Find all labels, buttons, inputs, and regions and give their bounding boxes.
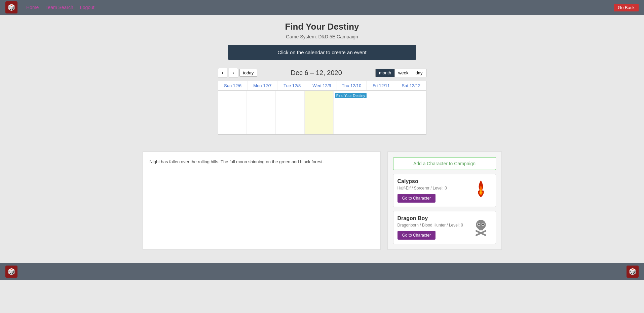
calendar-date-range: Dec 6 – 12, 2020 (291, 69, 342, 77)
character-card-dragonboy: Dragon Boy Dragonborn / Blood Hunter / L… (393, 211, 496, 244)
calendar-next-button[interactable]: › (229, 68, 238, 77)
lower-section: Night has fallen over the rolling hills.… (137, 151, 507, 250)
page-title: Find Your Destiny (126, 22, 519, 32)
character-meta-dragonboy: Dragonborn / Blood Hunter / Level: 0 (397, 223, 467, 228)
calendar-nav: ‹ › today (218, 68, 258, 77)
calendar-cell-wed-today[interactable] (305, 91, 334, 134)
navbar-logo: 🎲 (5, 1, 20, 13)
character-info-calypso: Calypso Half-Elf / Sorcerer / Level: 0 G… (397, 178, 467, 203)
character-meta-calypso: Half-Elf / Sorcerer / Level: 0 (397, 186, 467, 190)
calendar-cell-fri[interactable] (368, 91, 397, 134)
calendar-header-row: Sun 12/6 Mon 12/7 Tue 12/8 Wed 12/9 Thu … (218, 81, 426, 91)
character-info-dragonboy: Dragon Boy Dragonborn / Blood Hunter / L… (397, 215, 467, 240)
calendar-controls: ‹ › today Dec 6 – 12, 2020 month week da… (218, 68, 426, 77)
calendar-body-row: Find Your Destiny (218, 91, 426, 134)
navbar: 🎲 Home Team Search Logout Go Back (0, 0, 644, 15)
calendar-view-buttons: month week day (375, 69, 426, 77)
character-name-dragonboy: Dragon Boy (397, 215, 467, 221)
footer: 🎲 🎲 (0, 263, 644, 280)
main-content: Find Your Destiny Game System: D&D 5E Ca… (120, 15, 524, 151)
calendar-header-sun: Sun 12/6 (218, 81, 248, 90)
description-panel: Night has fallen over the rolling hills.… (143, 151, 381, 250)
go-to-character-calypso-button[interactable]: Go to Character (397, 194, 435, 203)
calendar-cell-sun[interactable] (218, 91, 247, 134)
navbar-links: Home Team Search Logout (26, 5, 94, 10)
calendar-cell-thu[interactable]: Find Your Destiny (334, 91, 368, 134)
calendar-cell-tue[interactable] (276, 91, 305, 134)
description-text: Night has fallen over the rolling hills.… (150, 159, 374, 166)
svg-rect-5 (479, 228, 482, 230)
nav-home[interactable]: Home (26, 5, 39, 10)
calendar-cell-sat[interactable] (397, 91, 426, 134)
characters-panel: Add a Character to Campaign Calypso Half… (387, 151, 502, 250)
go-to-character-dragonboy-button[interactable]: Go to Character (397, 231, 435, 240)
go-back-button[interactable]: Go Back (614, 4, 639, 11)
nav-logout[interactable]: Logout (80, 5, 94, 10)
svg-point-4 (482, 223, 484, 225)
nav-team-search[interactable]: Team Search (45, 5, 73, 10)
character-name-calypso: Calypso (397, 178, 467, 184)
calendar-cell-mon[interactable] (247, 91, 276, 134)
footer-left-dice-icon: 🎲 (5, 266, 17, 278)
characters-scroll: Calypso Half-Elf / Sorcerer / Level: 0 G… (393, 174, 496, 244)
logo-icon: 🎲 (5, 1, 17, 13)
add-character-button[interactable]: Add a Character to Campaign (393, 157, 496, 170)
calendar-week-view-button[interactable]: week (395, 69, 412, 77)
calendar-create-button[interactable]: Click on the calendar to create an event (228, 45, 416, 60)
character-icon-calypso (470, 180, 492, 201)
character-icon-dragonboy (470, 217, 492, 238)
svg-rect-7 (482, 228, 483, 230)
calendar-month-view-button[interactable]: month (376, 69, 395, 77)
calendar-prev-button[interactable]: ‹ (218, 68, 227, 77)
svg-point-3 (478, 223, 479, 225)
calendar-today-button[interactable]: today (239, 69, 258, 77)
calendar-header-fri: Fri 12/11 (367, 81, 396, 90)
footer-right-dice-icon: 🎲 (627, 266, 639, 278)
calendar-header-thu: Thu 12/10 (337, 81, 367, 90)
calendar-day-view-button[interactable]: day (412, 69, 426, 77)
calendar-header-tue: Tue 12/8 (277, 81, 307, 90)
svg-rect-6 (479, 228, 480, 230)
calendar-grid: Sun 12/6 Mon 12/7 Tue 12/8 Wed 12/9 Thu … (218, 81, 426, 135)
character-card-calypso: Calypso Half-Elf / Sorcerer / Level: 0 G… (393, 174, 496, 207)
game-system-label: Game System: D&D 5E Campaign (126, 34, 519, 39)
calendar-header-sat: Sat 12/12 (396, 81, 426, 90)
calendar-header-wed: Wed 12/9 (307, 81, 337, 90)
calendar-event-find-your-destiny[interactable]: Find Your Destiny (335, 93, 367, 98)
calendar-header-mon: Mon 12/7 (248, 81, 277, 90)
